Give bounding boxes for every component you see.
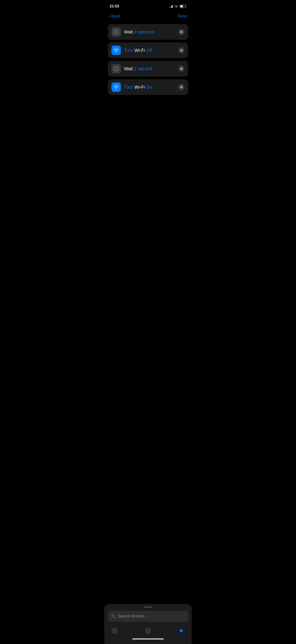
action-text-wifi-off: Turn Wi-Fi Off [124,48,152,53]
remove-wait-4s-button[interactable] [178,29,184,35]
close-icon-4 [180,86,183,89]
action-text-wifi-on: Turn Wi-Fi On [124,85,152,90]
signal-bars-icon [169,5,173,8]
action-left: Wait 4 seconds [112,27,154,36]
actions-list: Wait 4 seconds Turn Wi-F [104,22,192,97]
action-left-wifi-on: Turn Wi-Fi On [112,82,152,92]
back-button[interactable]: ‹ Back [109,14,120,19]
action-card-wait-4s[interactable]: Wait 4 seconds [108,24,188,40]
on-label: On [146,85,152,90]
battery-icon [180,5,186,8]
wait-duration-1: 4 seconds [134,30,154,34]
status-bar: 21:53 [104,0,192,11]
clock-svg-2 [113,66,119,72]
svg-point-6 [116,88,117,89]
status-time: 21:53 [110,4,119,8]
wifi-label-on: Wi-Fi [134,85,145,90]
action-card-wait-1s[interactable]: Wait 1 second [108,61,188,76]
done-button[interactable]: Done [178,14,187,19]
wifi-status-icon [174,5,178,8]
back-label: Back [111,14,120,19]
close-icon-3 [180,67,183,70]
wait-label-2: Wait [124,66,133,72]
off-label: Off [146,48,152,53]
svg-point-2 [116,52,117,52]
wifi-svg-off [113,48,119,53]
turn-label-off: Turn [124,48,133,53]
action-text-wait-1s: Wait 1 second [124,66,152,72]
wifi-label-off: Wi-Fi [134,48,145,53]
nav-bar: ‹ Back Done [104,11,192,22]
clock-svg-1 [113,29,119,35]
status-icons [169,5,186,8]
action-left-wifi-off: Turn Wi-Fi Off [112,46,152,55]
action-text-wait-4s: Wait 4 seconds [124,30,154,34]
close-icon-1 [180,30,183,34]
wifi-icon-off [112,46,121,55]
wait-label-1: Wait [124,30,133,34]
back-chevron-icon: ‹ [109,14,110,18]
clock-icon-1 [112,27,121,36]
remove-wifi-off-button[interactable] [178,47,184,54]
wifi-icon-on [112,82,121,92]
action-card-wifi-on[interactable]: Turn Wi-Fi On [108,79,188,95]
action-left-wait-1s: Wait 1 second [112,64,152,74]
wait-duration-2: 1 second [134,66,152,72]
action-card-wifi-off[interactable]: Turn Wi-Fi Off [108,42,188,58]
turn-label-on: Turn [124,85,133,90]
close-icon-2 [180,49,183,52]
wifi-svg-on [113,85,119,90]
clock-icon-2 [112,64,121,74]
remove-wifi-on-button[interactable] [178,84,184,90]
remove-wait-1s-button[interactable] [178,66,184,72]
